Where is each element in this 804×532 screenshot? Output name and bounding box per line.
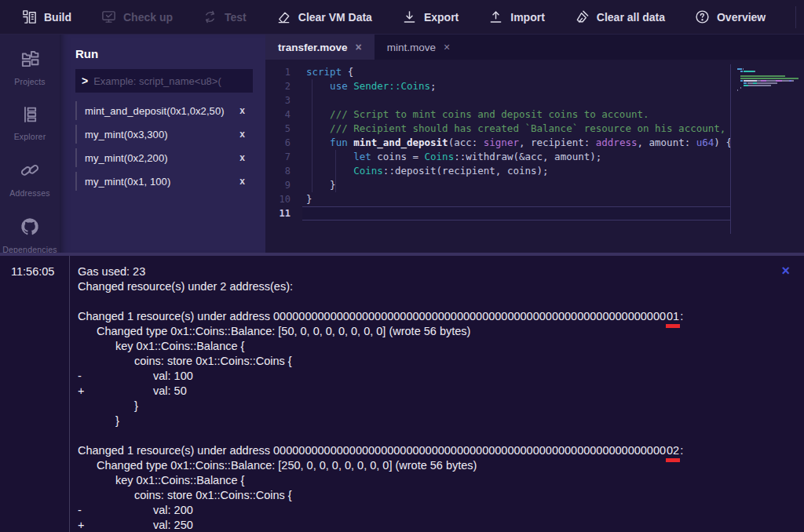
sidebar-item-addresses[interactable]: Addresses — [0, 160, 60, 198]
console-line: +val: 250 — [78, 518, 780, 532]
history-item-marker — [75, 172, 77, 191]
toolbar-button-label: Test — [225, 11, 247, 24]
console-output[interactable]: Gas used: 23Changed resource(s) under 2 … — [69, 256, 804, 532]
remove-history-icon[interactable]: x — [235, 152, 253, 163]
code-token: Coins — [353, 165, 383, 177]
toolbar-button-label: Clear all data — [597, 11, 665, 24]
overview-icon — [695, 9, 710, 24]
line-number: 4 — [265, 107, 302, 122]
toolbar-items: BuildCheck upTestClear VM DataExportImpo… — [22, 9, 766, 24]
toolbar-button-export[interactable]: Export — [402, 9, 459, 24]
sidebar-item-dependencies[interactable]: Dependencies — [0, 217, 60, 254]
console-line: Changed type 0x1::Coins::Balance: [50, 0… — [78, 324, 780, 339]
code-line: 3 — [265, 93, 804, 107]
export-icon — [402, 9, 417, 24]
toolbar-button-label: Overview — [717, 11, 766, 24]
run-history-command[interactable]: my_mint(0x3,300) — [85, 129, 235, 140]
line-number: 6 — [265, 136, 302, 150]
code-area[interactable]: 1script {2 use Sender::Coins;34 /// Scri… — [265, 60, 804, 253]
checkup-icon — [101, 9, 116, 24]
run-history-command[interactable]: my_mint(0x1, 100) — [85, 176, 235, 188]
indent-guide — [335, 150, 336, 192]
code-token: } — [306, 179, 336, 191]
history-item-marker — [75, 125, 77, 144]
sidebar: ProjectsExplorerAddressesDependencies — [0, 35, 60, 253]
editor-tab-mint.move[interactable]: mint.move× — [375, 35, 462, 60]
console-panel: 11:56:05 Gas used: 23Changed resource(s)… — [0, 253, 804, 532]
toolbar: BuildCheck upTestClear VM DataExportImpo… — [0, 0, 804, 35]
code-line-text: } — [302, 192, 730, 206]
code-token: u64 — [696, 137, 714, 148]
console-text: : — [680, 444, 683, 457]
run-history-command[interactable]: mint_and_deposit(0x1,0x2,50) — [85, 105, 235, 117]
console-text: Changed resource(s) under 2 address(es): — [78, 280, 293, 293]
diff-sign: - — [78, 503, 82, 518]
code-line-text: let coins = Coins::withdraw(&acc, amount… — [302, 150, 730, 164]
remove-history-icon[interactable]: x — [235, 129, 253, 140]
code-token: (acc: — [448, 137, 484, 148]
clear-all-icon — [575, 9, 590, 24]
run-history-item: my_mint(0x1, 100)x — [75, 169, 253, 193]
editor-tab-transfer.move[interactable]: transfer.move× — [265, 35, 375, 60]
diff-sign: + — [78, 518, 84, 532]
code-token: let — [353, 151, 371, 162]
run-panel: Run > mint_and_deposit(0x1,0x2,50)xmy_mi… — [60, 35, 265, 253]
toolbar-button-import[interactable]: Import — [488, 9, 545, 24]
code-line: 10} — [265, 192, 804, 206]
remove-history-icon[interactable]: x — [235, 176, 253, 187]
toolbar-button-check-up[interactable]: Check up — [101, 9, 173, 24]
code-token — [306, 151, 353, 162]
history-item-marker — [75, 148, 77, 167]
console-close-icon[interactable]: × — [781, 264, 790, 278]
console-text: } — [134, 399, 138, 412]
minimap[interactable] — [730, 64, 804, 234]
console-line: Changed type 0x1::Coins::Balance: [250, … — [78, 458, 780, 473]
run-history-command[interactable]: my_mint(0x2,200) — [85, 152, 235, 164]
move-playground-app: BuildCheck upTestClear VM DataExportImpo… — [0, 0, 804, 532]
console-text: val: 250 — [153, 519, 193, 531]
tab-close-icon[interactable]: × — [444, 41, 450, 53]
toolbar-button-label: Clear VM Data — [298, 11, 372, 24]
sidebar-item-explorer[interactable]: Explorer — [0, 105, 60, 141]
code-token: Coins — [425, 151, 455, 162]
code-line: 5 /// Recipient should has created `Bala… — [265, 122, 804, 136]
code-token: use — [330, 80, 348, 92]
dependencies-icon — [20, 217, 40, 240]
code-line-text: Coins::deposit(recipient, coins); — [302, 164, 730, 178]
code-line-text: script { — [302, 65, 730, 79]
console-text: : — [680, 310, 683, 322]
remove-history-icon[interactable]: x — [235, 105, 253, 116]
console-line: -val: 100 — [78, 369, 780, 384]
tab-close-icon[interactable]: × — [356, 41, 362, 53]
toolbar-button-label: Check up — [123, 11, 173, 24]
tab-filename: mint.move — [387, 42, 436, 53]
code-token: coins = — [371, 151, 425, 162]
code-token: } — [306, 193, 312, 205]
console-line: key 0x1::Coins::Balance { — [78, 473, 780, 488]
toolbar-button-clear-all-data[interactable]: Clear all data — [575, 9, 665, 24]
code-line: 7 let coins = Coins::withdraw(&acc, amou… — [265, 150, 804, 164]
console-text: Gas used: 23 — [78, 265, 145, 278]
run-input-wrap: > — [75, 69, 253, 93]
toolbar-button-clear-vm-data[interactable]: Clear VM Data — [276, 9, 372, 24]
run-script-input[interactable] — [93, 75, 247, 87]
code-line: 4 /// Script to mint coins and deposit c… — [265, 107, 804, 122]
toolbar-button-overview[interactable]: Overview — [695, 9, 766, 24]
console-text: Changed type 0x1::Coins::Balance: [50, 0… — [97, 325, 470, 337]
indent-guide — [312, 79, 312, 192]
code-editor: transfer.move×mint.move× 1script {2 use … — [265, 35, 804, 253]
toolbar-button-label: Build — [44, 11, 71, 24]
code-line: 8 Coins::deposit(recipient, coins); — [265, 164, 804, 178]
line-number: 2 — [265, 79, 302, 93]
toolbar-button-build[interactable]: Build — [22, 9, 71, 24]
console-timestamp: 11:56:05 — [0, 256, 69, 532]
console-text: val: 100 — [153, 370, 193, 382]
code-line-text: fun mint_and_deposit(acc: signer, recipi… — [302, 136, 730, 150]
toolbar-button-test[interactable]: Test — [203, 9, 247, 24]
line-number: 5 — [265, 122, 302, 136]
code-token: fun — [330, 137, 348, 148]
sidebar-item-projects[interactable]: Projects — [0, 49, 60, 86]
diff-sign: - — [78, 369, 82, 384]
code-token: signer — [484, 137, 519, 148]
console-line: coins: store 0x1::Coins::Coins { — [78, 354, 780, 369]
